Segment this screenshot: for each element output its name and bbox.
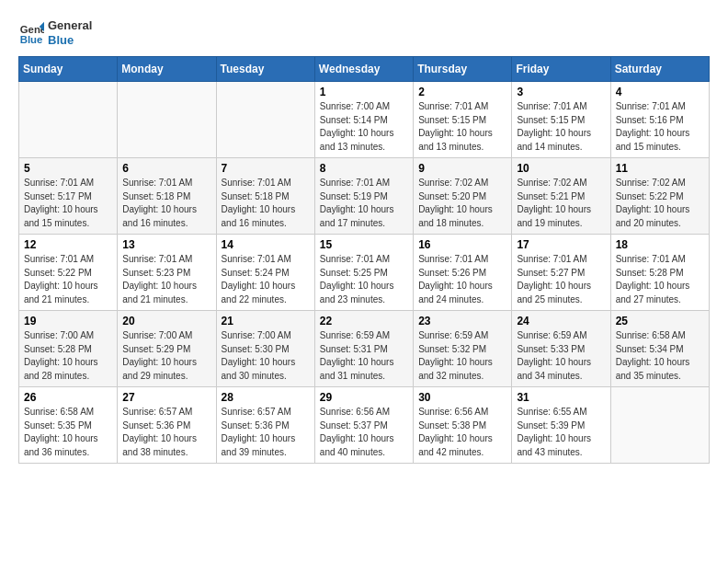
day-number: 8 — [320, 162, 408, 175]
week-row-5: 26Sunrise: 6:58 AM Sunset: 5:35 PM Dayli… — [19, 387, 710, 464]
weekday-header-sunday: Sunday — [19, 57, 118, 82]
day-number: 10 — [517, 162, 605, 175]
day-detail: Sunrise: 6:55 AM Sunset: 5:39 PM Dayligh… — [517, 406, 605, 459]
calendar-cell: 23Sunrise: 6:59 AM Sunset: 5:32 PM Dayli… — [414, 311, 512, 387]
day-number: 23 — [418, 315, 506, 327]
day-number: 27 — [122, 391, 210, 404]
calendar-cell: 22Sunrise: 6:59 AM Sunset: 5:31 PM Dayli… — [314, 311, 413, 387]
day-detail: Sunrise: 7:02 AM Sunset: 5:20 PM Dayligh… — [418, 177, 506, 230]
day-detail: Sunrise: 7:01 AM Sunset: 5:17 PM Dayligh… — [24, 177, 112, 230]
day-detail: Sunrise: 7:01 AM Sunset: 5:26 PM Dayligh… — [418, 253, 506, 306]
calendar-cell: 7Sunrise: 7:01 AM Sunset: 5:18 PM Daylig… — [216, 158, 314, 235]
day-detail: Sunrise: 7:01 AM Sunset: 5:25 PM Dayligh… — [320, 253, 408, 306]
day-detail: Sunrise: 7:01 AM Sunset: 5:18 PM Dayligh… — [222, 177, 310, 230]
day-number: 22 — [320, 315, 408, 327]
week-row-1: 1Sunrise: 7:00 AM Sunset: 5:14 PM Daylig… — [19, 82, 710, 158]
day-number: 5 — [24, 162, 112, 175]
day-detail: Sunrise: 7:02 AM Sunset: 5:21 PM Dayligh… — [517, 177, 605, 230]
day-number: 16 — [418, 238, 506, 251]
day-number: 14 — [222, 238, 310, 251]
day-detail: Sunrise: 7:01 AM Sunset: 5:22 PM Dayligh… — [24, 253, 112, 306]
week-row-3: 12Sunrise: 7:01 AM Sunset: 5:22 PM Dayli… — [19, 235, 710, 311]
calendar-cell: 16Sunrise: 7:01 AM Sunset: 5:26 PM Dayli… — [414, 235, 512, 311]
calendar-cell: 11Sunrise: 7:02 AM Sunset: 5:22 PM Dayli… — [610, 158, 709, 235]
day-detail: Sunrise: 7:01 AM Sunset: 5:28 PM Dayligh… — [616, 253, 704, 306]
calendar-cell: 4Sunrise: 7:01 AM Sunset: 5:16 PM Daylig… — [610, 82, 709, 158]
calendar-cell: 27Sunrise: 6:57 AM Sunset: 5:36 PM Dayli… — [118, 387, 216, 464]
calendar-header: SundayMondayTuesdayWednesdayThursdayFrid… — [19, 57, 710, 82]
day-number: 18 — [616, 238, 704, 251]
day-number: 20 — [122, 315, 210, 327]
day-detail: Sunrise: 7:01 AM Sunset: 5:24 PM Dayligh… — [222, 253, 310, 306]
weekday-header-tuesday: Tuesday — [216, 57, 314, 82]
calendar-cell: 25Sunrise: 6:58 AM Sunset: 5:34 PM Dayli… — [610, 311, 709, 387]
calendar-cell: 29Sunrise: 6:56 AM Sunset: 5:37 PM Dayli… — [314, 387, 413, 464]
day-number: 1 — [320, 86, 408, 98]
day-detail: Sunrise: 7:01 AM Sunset: 5:18 PM Dayligh… — [122, 177, 210, 230]
calendar-cell — [118, 82, 216, 158]
day-number: 29 — [320, 391, 408, 404]
day-number: 30 — [418, 391, 506, 404]
calendar-cell: 1Sunrise: 7:00 AM Sunset: 5:14 PM Daylig… — [314, 82, 413, 158]
day-number: 4 — [616, 86, 704, 98]
day-number: 13 — [122, 238, 210, 251]
day-detail: Sunrise: 7:01 AM Sunset: 5:15 PM Dayligh… — [517, 100, 605, 154]
logo-icon: General Blue — [18, 20, 44, 46]
weekday-header-friday: Friday — [512, 57, 610, 82]
calendar-cell: 3Sunrise: 7:01 AM Sunset: 5:15 PM Daylig… — [512, 82, 610, 158]
logo: General Blue General Blue — [18, 18, 92, 47]
calendar-cell: 14Sunrise: 7:01 AM Sunset: 5:24 PM Dayli… — [216, 235, 314, 311]
day-number: 19 — [24, 315, 112, 327]
day-detail: Sunrise: 6:59 AM Sunset: 5:31 PM Dayligh… — [320, 329, 408, 383]
svg-text:Blue: Blue — [20, 33, 43, 44]
day-detail: Sunrise: 6:58 AM Sunset: 5:35 PM Dayligh… — [24, 406, 112, 459]
calendar-cell: 2Sunrise: 7:01 AM Sunset: 5:15 PM Daylig… — [414, 82, 512, 158]
calendar-cell: 28Sunrise: 6:57 AM Sunset: 5:36 PM Dayli… — [216, 387, 314, 464]
day-number: 6 — [122, 162, 210, 175]
calendar-cell — [610, 387, 709, 464]
day-number: 2 — [418, 86, 506, 98]
calendar-cell: 9Sunrise: 7:02 AM Sunset: 5:20 PM Daylig… — [414, 158, 512, 235]
calendar-cell: 20Sunrise: 7:00 AM Sunset: 5:29 PM Dayli… — [118, 311, 216, 387]
day-number: 15 — [320, 238, 408, 251]
calendar-cell: 24Sunrise: 6:59 AM Sunset: 5:33 PM Dayli… — [512, 311, 610, 387]
day-detail: Sunrise: 7:01 AM Sunset: 5:27 PM Dayligh… — [517, 253, 605, 306]
calendar-cell: 13Sunrise: 7:01 AM Sunset: 5:23 PM Dayli… — [118, 235, 216, 311]
day-number: 17 — [517, 238, 605, 251]
day-detail: Sunrise: 6:58 AM Sunset: 5:34 PM Dayligh… — [616, 329, 704, 383]
calendar-cell — [216, 82, 314, 158]
calendar-table: SundayMondayTuesdayWednesdayThursdayFrid… — [18, 56, 710, 464]
day-number: 3 — [517, 86, 605, 98]
calendar-cell: 19Sunrise: 7:00 AM Sunset: 5:28 PM Dayli… — [19, 311, 118, 387]
calendar-cell — [19, 82, 118, 158]
day-detail: Sunrise: 6:59 AM Sunset: 5:32 PM Dayligh… — [418, 329, 506, 383]
day-number: 31 — [517, 391, 605, 404]
calendar-cell: 30Sunrise: 6:56 AM Sunset: 5:38 PM Dayli… — [414, 387, 512, 464]
day-number: 9 — [418, 162, 506, 175]
day-number: 25 — [616, 315, 704, 327]
day-detail: Sunrise: 6:56 AM Sunset: 5:37 PM Dayligh… — [320, 406, 408, 459]
day-detail: Sunrise: 7:01 AM Sunset: 5:23 PM Dayligh… — [122, 253, 210, 306]
weekday-header-wednesday: Wednesday — [314, 57, 413, 82]
day-number: 12 — [24, 238, 112, 251]
day-detail: Sunrise: 6:56 AM Sunset: 5:38 PM Dayligh… — [418, 406, 506, 459]
calendar-cell: 8Sunrise: 7:01 AM Sunset: 5:19 PM Daylig… — [314, 158, 413, 235]
day-number: 28 — [222, 391, 310, 404]
calendar-cell: 12Sunrise: 7:01 AM Sunset: 5:22 PM Dayli… — [19, 235, 118, 311]
calendar-cell: 17Sunrise: 7:01 AM Sunset: 5:27 PM Dayli… — [512, 235, 610, 311]
calendar-cell: 10Sunrise: 7:02 AM Sunset: 5:21 PM Dayli… — [512, 158, 610, 235]
calendar-cell: 18Sunrise: 7:01 AM Sunset: 5:28 PM Dayli… — [610, 235, 709, 311]
calendar-cell: 26Sunrise: 6:58 AM Sunset: 5:35 PM Dayli… — [19, 387, 118, 464]
day-detail: Sunrise: 7:01 AM Sunset: 5:15 PM Dayligh… — [418, 100, 506, 154]
day-detail: Sunrise: 7:01 AM Sunset: 5:16 PM Dayligh… — [616, 100, 704, 154]
weekday-header-saturday: Saturday — [610, 57, 709, 82]
day-number: 11 — [616, 162, 704, 175]
week-row-4: 19Sunrise: 7:00 AM Sunset: 5:28 PM Dayli… — [19, 311, 710, 387]
weekday-row: SundayMondayTuesdayWednesdayThursdayFrid… — [19, 57, 710, 82]
day-number: 24 — [517, 315, 605, 327]
day-number: 21 — [222, 315, 310, 327]
day-detail: Sunrise: 7:00 AM Sunset: 5:28 PM Dayligh… — [24, 329, 112, 383]
day-number: 7 — [222, 162, 310, 175]
day-detail: Sunrise: 7:00 AM Sunset: 5:14 PM Dayligh… — [320, 100, 408, 154]
calendar-cell: 5Sunrise: 7:01 AM Sunset: 5:17 PM Daylig… — [19, 158, 118, 235]
